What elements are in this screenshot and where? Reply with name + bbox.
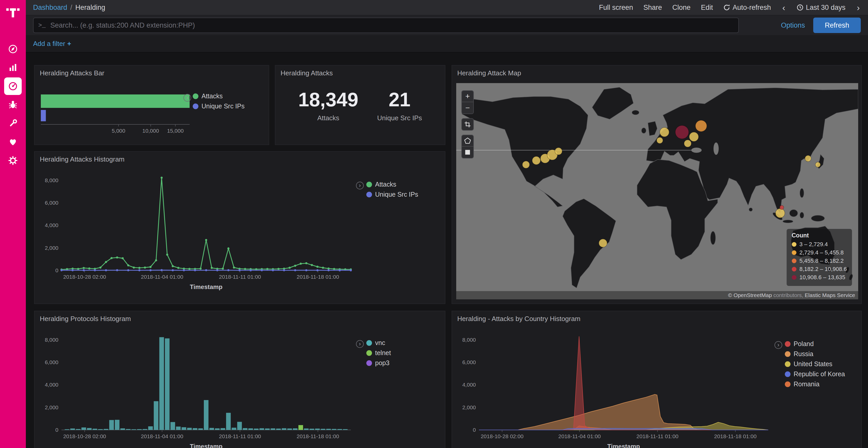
panel-attacks-metric: Heralding Attacks 18,349 Attacks 21 Uniq… xyxy=(275,65,445,145)
svg-text:8,000: 8,000 xyxy=(45,337,58,343)
panel-title: Heralding Attacks Bar xyxy=(40,69,104,77)
legend-color-dot xyxy=(366,182,372,187)
metric-attacks: 18,349 Attacks xyxy=(299,88,358,122)
sidebar-item-devtools[interactable] xyxy=(4,114,22,132)
clock-icon xyxy=(797,4,803,11)
svg-text:0: 0 xyxy=(55,267,58,273)
time-range-button[interactable]: Last 30 days xyxy=(797,4,845,12)
edit-button[interactable]: Edit xyxy=(701,4,713,12)
panel-attack-map: Heralding Attack Map xyxy=(452,65,862,304)
heartbeat-icon xyxy=(8,137,18,147)
bar-chart-icon xyxy=(8,63,18,73)
search-input[interactable] xyxy=(51,22,738,29)
terminal-prompt-icon: >_ xyxy=(34,22,51,29)
legend-item[interactable]: 3 – 2,729.4 xyxy=(792,241,847,248)
legend-item[interactable]: Unique Src IPs xyxy=(193,102,245,110)
svg-text:2018-11-18 01:00: 2018-11-18 01:00 xyxy=(714,433,756,439)
legend-color-dot xyxy=(792,250,797,255)
crop-icon[interactable] xyxy=(462,119,473,130)
sidebar-item-honeypot[interactable] xyxy=(4,96,22,113)
legend-item[interactable]: vnc xyxy=(366,339,391,347)
breadcrumb-dashboard-link[interactable]: Dashboard xyxy=(33,4,67,12)
metric-label: Attacks xyxy=(299,114,358,122)
svg-text:Timestamp: Timestamp xyxy=(190,443,222,448)
sidebar-item-discover[interactable] xyxy=(4,40,22,58)
zoom-out-button[interactable]: − xyxy=(462,102,473,113)
query-options-link[interactable]: Options xyxy=(781,15,805,35)
world-map[interactable]: + − Count 3 – 2,729.42,729.4 – 5,455.85,… xyxy=(456,83,858,299)
svg-text:2018-11-18 01:00: 2018-11-18 01:00 xyxy=(297,433,339,439)
osm-credit[interactable]: © OpenStreetMap xyxy=(728,292,772,298)
svg-text:Timestamp: Timestamp xyxy=(607,443,640,448)
sidebar-item-management[interactable] xyxy=(4,152,22,169)
legend-collapse-icon[interactable]: › xyxy=(774,341,782,349)
share-button[interactable]: Share xyxy=(644,4,662,12)
auto-refresh-button[interactable]: Auto-refresh xyxy=(723,4,771,12)
navbar-actions: Full screen Share Clone Edit Auto-refres… xyxy=(599,3,861,12)
sidebar-item-visualize[interactable] xyxy=(4,59,22,76)
panel-title: Heralding Attack Map xyxy=(457,69,521,77)
svg-text:6,000: 6,000 xyxy=(462,359,476,365)
svg-text:6,000: 6,000 xyxy=(45,200,58,206)
time-back-button[interactable]: ‹ xyxy=(781,3,786,12)
breadcrumb-current: Heralding xyxy=(75,4,105,12)
svg-text:0: 0 xyxy=(55,427,58,433)
add-filter-label: Add a filter xyxy=(33,40,65,47)
legend-item[interactable]: 10,908.6 – 13,635 xyxy=(792,274,847,281)
filter-bar: Add a filter+ xyxy=(26,35,868,53)
telekom-logo[interactable] xyxy=(6,4,20,21)
legend-item[interactable]: telnet xyxy=(366,349,391,357)
svg-text:10,000: 10,000 xyxy=(142,128,159,134)
map-legend-title: Count xyxy=(792,232,847,239)
legend-item[interactable]: 2,729.4 – 5,455.8 xyxy=(792,249,847,256)
legend-item[interactable]: pop3 xyxy=(366,359,391,367)
compass-icon xyxy=(8,44,18,54)
time-forward-button[interactable]: › xyxy=(856,3,861,12)
search-input-wrap: >_ xyxy=(33,18,739,33)
full-screen-button[interactable]: Full screen xyxy=(599,4,633,12)
metric-label: Unique Src IPs xyxy=(377,114,422,122)
legend-collapse-icon[interactable]: › xyxy=(356,182,364,189)
panel-attacks-bar: Heralding Attacks Bar 5,00010,00015,000 … xyxy=(34,65,269,145)
draw-polygon-icon[interactable] xyxy=(462,135,473,146)
legend-item[interactable]: 5,455.8 – 8,182.2 xyxy=(792,257,847,264)
legend-item[interactable]: 8,182.2 – 10,908.6 xyxy=(792,266,847,273)
attacks-bar-chart: 5,00010,00015,000 xyxy=(39,83,194,141)
svg-text:8,000: 8,000 xyxy=(462,337,476,343)
legend-item[interactable]: Poland xyxy=(785,340,845,348)
map-attribution: © OpenStreetMap contributors, Elastic Ma… xyxy=(456,291,858,299)
zoom-in-button[interactable]: + xyxy=(462,91,473,102)
refresh-button[interactable]: Refresh xyxy=(813,18,861,33)
map-controls: + − xyxy=(461,90,474,159)
sidebar-item-monitoring[interactable] xyxy=(4,133,22,151)
time-range-label: Last 30 days xyxy=(806,4,845,12)
svg-text:2018-10-28 02:00: 2018-10-28 02:00 xyxy=(63,433,106,439)
legend-color-dot xyxy=(193,94,198,99)
legend-color-dot xyxy=(366,360,372,366)
draw-rectangle-icon[interactable] xyxy=(462,146,473,158)
clone-button[interactable]: Clone xyxy=(673,4,691,12)
legend-item[interactable]: United States xyxy=(785,360,845,368)
svg-text:2018-11-04 01:00: 2018-11-04 01:00 xyxy=(558,433,601,439)
refresh-icon xyxy=(723,4,730,11)
legend-collapse-icon[interactable]: › xyxy=(183,94,191,102)
panel-title: Heralding Attacks xyxy=(281,69,333,77)
svg-text:2018-10-28 02:00: 2018-10-28 02:00 xyxy=(63,274,106,280)
legend-collapse-icon[interactable]: › xyxy=(356,340,364,348)
dashboard-icon xyxy=(8,81,18,91)
kibana-dashboard: { "colors": { "sidebar": "#e20074", "lin… xyxy=(0,0,868,448)
legend-item[interactable]: Republic of Korea xyxy=(785,370,845,378)
sidebar-item-dashboard[interactable] xyxy=(4,77,22,95)
wrench-icon xyxy=(8,118,18,129)
map-count-legend: Count 3 – 2,729.42,729.4 – 5,455.85,455.… xyxy=(786,229,852,286)
legend-item[interactable]: Romania xyxy=(785,380,845,388)
add-filter-link[interactable]: Add a filter+ xyxy=(33,40,71,48)
elastic-maps-credit[interactable]: Elastic Maps Service xyxy=(805,292,855,298)
legend-item[interactable]: Attacks xyxy=(193,92,245,100)
svg-text:2,000: 2,000 xyxy=(462,404,476,410)
legend-item[interactable]: Unique Src IPs xyxy=(366,191,418,198)
legend-item[interactable]: Attacks xyxy=(366,181,418,188)
legend-color-dot xyxy=(792,259,797,263)
legend-item[interactable]: Russia xyxy=(785,350,845,358)
breadcrumb-separator: / xyxy=(70,4,72,12)
